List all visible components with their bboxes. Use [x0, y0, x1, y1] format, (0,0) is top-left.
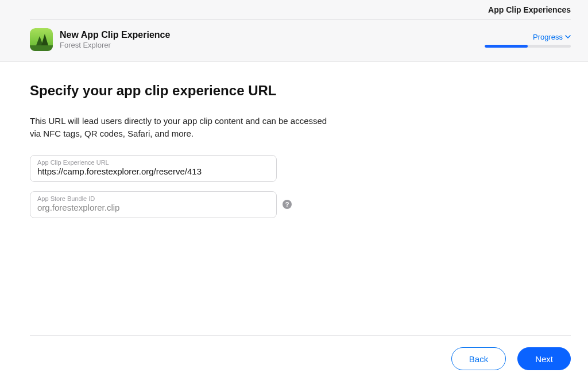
breadcrumb[interactable]: App Clip Experiences	[488, 5, 571, 14]
app-icon	[30, 28, 53, 51]
bundle-id-field-label: App Store Bundle ID	[37, 195, 269, 202]
help-icon[interactable]: ?	[283, 200, 292, 209]
section-description: This URL will lead users directly to you…	[30, 115, 328, 140]
progress-label: Progress	[533, 33, 563, 41]
main-content: Specify your app clip experience URL Thi…	[0, 62, 588, 218]
page-subtitle: Forest Explorer	[60, 41, 170, 50]
url-field-label: App Clip Experience URL	[37, 159, 269, 166]
progress-fill	[485, 45, 528, 48]
chevron-down-icon	[565, 35, 571, 39]
page-header: New App Clip Experience Forest Explorer …	[30, 20, 571, 61]
bundle-id-field: App Store Bundle ID	[30, 191, 277, 218]
footer-divider	[30, 335, 571, 336]
svg-rect-3	[30, 45, 53, 51]
next-button[interactable]: Next	[517, 347, 571, 370]
footer-actions: Back Next	[451, 347, 571, 370]
progress-disclosure[interactable]: Progress	[533, 33, 571, 41]
section-heading: Specify your app clip experience URL	[30, 83, 558, 99]
page-title: New App Clip Experience	[60, 29, 170, 41]
url-field[interactable]: App Clip Experience URL	[30, 155, 277, 182]
back-button[interactable]: Back	[451, 347, 506, 370]
bundle-id-input	[37, 203, 269, 212]
url-input[interactable]	[37, 166, 269, 176]
top-breadcrumb-bar: App Clip Experiences	[0, 0, 588, 20]
progress-bar	[485, 45, 571, 48]
